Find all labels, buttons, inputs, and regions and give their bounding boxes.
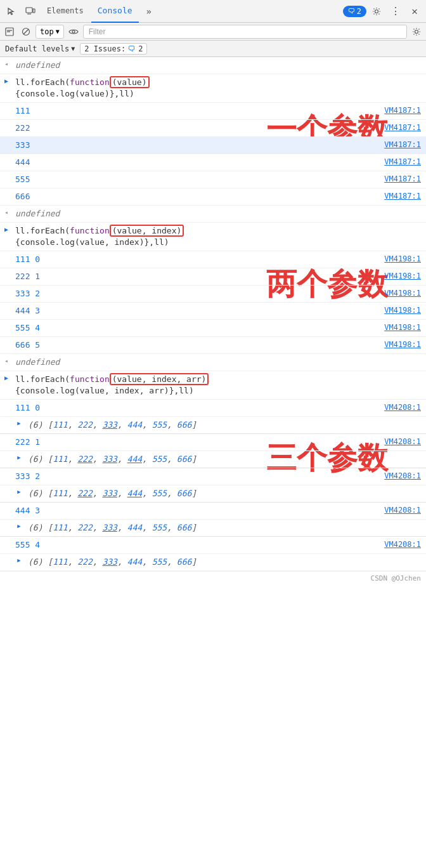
output-row-1-1: 111 VM4187:1 bbox=[0, 103, 426, 120]
arr-value-3-3: (6) [111, 222, 333, 444, 555, 666] bbox=[25, 487, 426, 501]
output-source-3-4[interactable]: VM4208:1 bbox=[375, 504, 426, 516]
console-output: ◂ undefined ▶ ll.forEach(function(value)… bbox=[0, 57, 426, 571]
output-value-2-6: 666 5 bbox=[13, 338, 375, 352]
arr-expand-3-1[interactable]: ▶ bbox=[13, 418, 25, 426]
output-source-2-2[interactable]: VM4198:1 bbox=[375, 270, 426, 282]
output-source-3-3[interactable]: VM4208:1 bbox=[375, 470, 426, 482]
chat-icon: 🗨 bbox=[348, 7, 355, 15]
output-source-1-2[interactable]: VM4187:1 bbox=[375, 121, 426, 134]
output-row-3-1a: 111 0 VM4208:1 bbox=[0, 400, 426, 417]
output-source-1-4[interactable]: VM4187:1 bbox=[375, 155, 426, 168]
output-source-1-3[interactable]: VM4187:1 bbox=[375, 138, 426, 151]
arr-expand-3-4[interactable]: ▶ bbox=[13, 521, 25, 529]
output-row-2-2: 222 1 VM4198:1 bbox=[0, 268, 426, 286]
param-highlight-1: (value) bbox=[110, 76, 150, 88]
arr-expand-3-5[interactable]: ▶ bbox=[13, 555, 25, 563]
arr-value-3-1: (6) [111, 222, 333, 444, 555, 666] bbox=[25, 418, 426, 432]
clear-icon[interactable] bbox=[19, 25, 33, 39]
cmd-arrow-3[interactable]: ▶ bbox=[0, 372, 13, 381]
output-group-3-3: 333 2 VM4208:1 ▶ (6) [111, 222, 333, 444… bbox=[0, 468, 426, 503]
issues-msg-icon: 🗨 bbox=[128, 44, 136, 53]
cmd-arrow-1[interactable]: ▶ bbox=[0, 76, 13, 84]
section2: ◂ undefined ▶ ll.forEach(function(value,… bbox=[0, 206, 426, 354]
tab-console[interactable]: Console bbox=[91, 0, 139, 23]
context-selector[interactable]: top ▼ bbox=[36, 25, 64, 39]
more-tabs-icon[interactable]: » bbox=[140, 3, 158, 20]
svg-line-8 bbox=[23, 29, 29, 34]
execute-icon[interactable] bbox=[3, 25, 16, 39]
section3-outputs: 三个参数 111 0 VM4208:1 ▶ (6) [111, 222, 333… bbox=[0, 400, 426, 571]
output-row-1-2: 222 VM4187:1 bbox=[0, 120, 426, 137]
device-icon[interactable] bbox=[22, 3, 39, 20]
output-value-3-4a: 444 3 bbox=[13, 504, 375, 518]
cmd-row-3: ▶ ll.forEach(function(value, index, arr)… bbox=[0, 371, 426, 400]
eye-icon[interactable] bbox=[67, 25, 81, 39]
svg-point-3 bbox=[375, 10, 378, 13]
console-toolbar: top ▼ bbox=[0, 23, 426, 41]
output-source-1-5[interactable]: VM4187:1 bbox=[375, 173, 426, 185]
cmd-arrow-2[interactable]: ▶ bbox=[0, 224, 13, 233]
default-levels-dropdown[interactable]: Default levels ▼ bbox=[5, 44, 75, 53]
output-source-3-2[interactable]: VM4208:1 bbox=[375, 435, 426, 448]
cmd-prefix-3: ll.forEach( bbox=[15, 374, 70, 384]
undefined-row-3: ◂ undefined bbox=[0, 354, 426, 371]
output-source-1-6[interactable]: VM4187:1 bbox=[375, 190, 426, 202]
output-row-2-4: 444 3 VM4198:1 bbox=[0, 303, 426, 320]
output-value-2-2: 222 1 bbox=[13, 270, 375, 284]
output-group-3-1: 111 0 VM4208:1 ▶ (6) [111, 222, 333, 444… bbox=[0, 400, 426, 434]
arr-expand-3-3[interactable]: ▶ bbox=[13, 487, 25, 495]
gear-icon[interactable] bbox=[368, 3, 385, 20]
output-source-3-5[interactable]: VM4208:1 bbox=[375, 538, 426, 551]
output-row-1-6: 666 VM4187:1 bbox=[0, 188, 426, 206]
output-value-1-5: 555 bbox=[13, 173, 375, 187]
output-group-3-4: 444 3 VM4208:1 ▶ (6) [111, 222, 333, 444… bbox=[0, 503, 426, 537]
section1: ◂ undefined ▶ ll.forEach(function(value)… bbox=[0, 57, 426, 206]
filter-input[interactable] bbox=[83, 25, 407, 39]
close-icon[interactable]: ✕ bbox=[406, 3, 423, 20]
output-group-3-2: 222 1 VM4208:1 ▶ (6) [111, 222, 333, 444… bbox=[0, 434, 426, 468]
arr-value-3-4: (6) [111, 222, 333, 444, 555, 666] bbox=[25, 521, 426, 535]
output-source-3-1[interactable]: VM4208:1 bbox=[375, 401, 426, 414]
cmd-body-2: {console.log(value, index)},ll) bbox=[15, 237, 169, 247]
left-arrow-2: ◂ bbox=[0, 207, 13, 216]
output-value-1-3: 333 bbox=[13, 138, 375, 152]
output-source-2-4[interactable]: VM4198:1 bbox=[375, 304, 426, 317]
output-source-1-1[interactable]: VM4187:1 bbox=[375, 104, 426, 117]
watermark: CSDN @OJchen bbox=[0, 571, 426, 585]
cmd-row-2: ▶ ll.forEach(function(value, index) {con… bbox=[0, 223, 426, 251]
output-source-2-6[interactable]: VM4198:1 bbox=[375, 338, 426, 351]
message-badge[interactable]: 🗨 2 bbox=[343, 6, 366, 17]
output-row-3-3a: 333 2 VM4208:1 bbox=[0, 468, 426, 485]
function-keyword-1: function bbox=[70, 77, 110, 87]
cmd-body-1: {console.log(value)},ll) bbox=[15, 89, 134, 98]
undefined-row-1: ◂ undefined bbox=[0, 57, 426, 74]
output-row-1-4: 444 VM4187:1 bbox=[0, 154, 426, 171]
undefined-value-2: undefined bbox=[13, 207, 426, 221]
output-row-2-6: 666 5 VM4198:1 bbox=[0, 337, 426, 354]
section2-outputs: 两个参数 111 0 VM4198:1 222 1 VM4198:1 333 2… bbox=[0, 251, 426, 354]
output-source-2-1[interactable]: VM4198:1 bbox=[375, 253, 426, 265]
param-highlight-3: (value, index, arr) bbox=[110, 373, 209, 385]
output-source-2-3[interactable]: VM4198:1 bbox=[375, 287, 426, 299]
output-source-2-5[interactable]: VM4198:1 bbox=[375, 321, 426, 334]
output-value-2-3: 333 2 bbox=[13, 287, 375, 301]
tab-elements[interactable]: Elements bbox=[41, 0, 90, 23]
output-value-3-5a: 555 4 bbox=[13, 538, 375, 552]
more-options-icon[interactable]: ⋮ bbox=[387, 3, 404, 20]
output-row-3-4a: 444 3 VM4208:1 bbox=[0, 503, 426, 520]
output-value-2-4: 444 3 bbox=[13, 304, 375, 318]
output-value-1-1: 111 bbox=[13, 104, 375, 118]
output-value-1-6: 666 bbox=[13, 190, 375, 204]
output-row-3-3b: ▶ (6) [111, 222, 333, 444, 555, 666] bbox=[0, 485, 426, 503]
levels-dropdown-arrow: ▼ bbox=[71, 45, 75, 52]
issues-badge[interactable]: 2 Issues: 🗨 2 bbox=[80, 43, 147, 55]
cmd-content-1: ll.forEach(function(value) {console.log(… bbox=[13, 76, 426, 101]
arr-expand-3-2[interactable]: ▶ bbox=[13, 452, 25, 461]
arr-value-3-2: (6) [111, 222, 333, 444, 555, 666] bbox=[25, 452, 426, 466]
filter-settings-icon[interactable] bbox=[410, 25, 423, 39]
cmd-prefix-2: ll.forEach( bbox=[15, 226, 70, 235]
cmd-body-3: {console.log(value, index, arr)},ll) bbox=[15, 386, 194, 395]
cursor-icon[interactable] bbox=[3, 3, 20, 20]
output-value-2-5: 555 4 bbox=[13, 321, 375, 335]
cmd-content-3: ll.forEach(function(value, index, arr) {… bbox=[13, 372, 426, 398]
